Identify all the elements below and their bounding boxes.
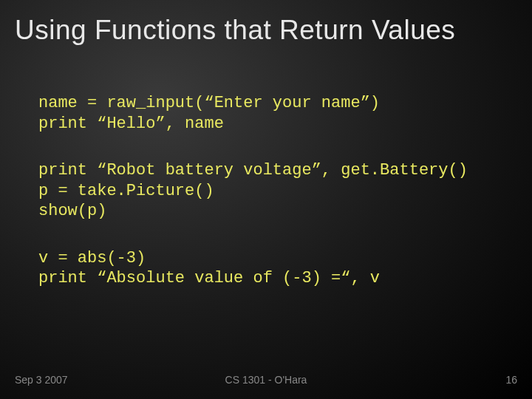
code-block-3: v = abs(-3) print “Absolute value of (-3… <box>38 248 517 289</box>
code-block-1: name = raw_input(“Enter your name”) prin… <box>38 93 517 134</box>
code-block-2: print “Robot battery voltage”, get.Batte… <box>38 160 517 222</box>
footer-course: CS 1301 - O'Hara <box>225 374 307 386</box>
footer-date: Sep 3 2007 <box>15 374 68 386</box>
footer: Sep 3 2007 CS 1301 - O'Hara 16 <box>0 374 532 386</box>
slide-title: Using Functions that Return Values <box>15 15 517 46</box>
footer-page: 16 <box>505 374 517 386</box>
slide-container: Using Functions that Return Values name … <box>0 0 532 399</box>
